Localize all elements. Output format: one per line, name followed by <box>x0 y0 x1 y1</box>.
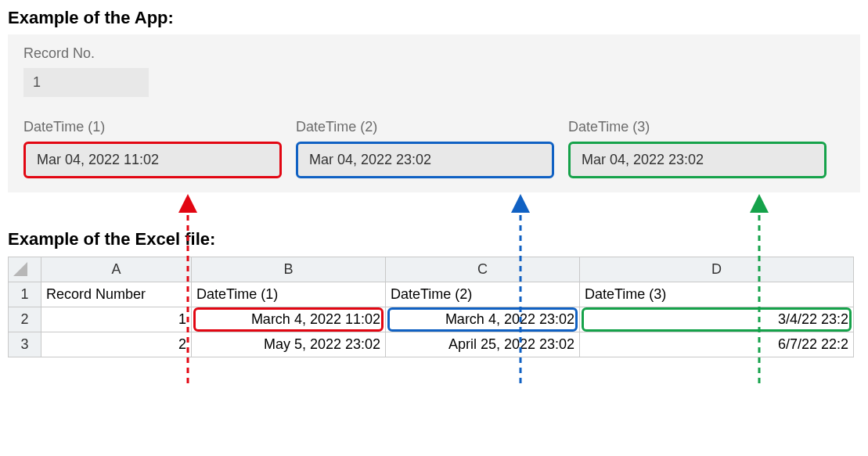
cell-d2[interactable]: 3/4/22 23:2 <box>580 307 854 332</box>
row-header-1[interactable]: 1 <box>9 282 41 307</box>
datetime3-label: DateTime (3) <box>568 119 841 135</box>
datetime-col-1: DateTime (1) Mar 04, 2022 11:02 <box>23 119 296 178</box>
cell-d3[interactable]: 6/7/22 22:2 <box>580 332 854 357</box>
excel-corner-cell <box>9 257 41 282</box>
cell-c2-text: March 4, 2022 23:02 <box>445 311 574 327</box>
cell-d1[interactable]: DateTime (3) <box>580 282 854 307</box>
record-no-value: 1 <box>23 68 149 97</box>
heading-app-example: Example of the App: <box>8 8 860 28</box>
cell-a2[interactable]: 1 <box>41 307 192 332</box>
datetime-row: DateTime (1) Mar 04, 2022 11:02 DateTime… <box>23 119 845 178</box>
datetime2-value: Mar 04, 2022 23:02 <box>296 142 554 178</box>
cell-b3[interactable]: May 5, 2022 23:02 <box>192 332 386 357</box>
row-header-3[interactable]: 3 <box>9 332 41 357</box>
col-header-b[interactable]: B <box>192 257 386 282</box>
datetime2-label: DateTime (2) <box>296 119 568 135</box>
cell-b2-text: March 4, 2022 11:02 <box>251 311 380 327</box>
excel-table: A B C D 1 Record Number DateTime (1) Dat… <box>8 257 854 357</box>
table-row: 1 Record Number DateTime (1) DateTime (2… <box>9 282 854 307</box>
col-header-c[interactable]: C <box>386 257 580 282</box>
app-panel: Record No. 1 DateTime (1) Mar 04, 2022 1… <box>8 34 860 192</box>
datetime-col-2: DateTime (2) Mar 04, 2022 23:02 <box>296 119 568 178</box>
cell-a3[interactable]: 2 <box>41 332 192 357</box>
cell-b1[interactable]: DateTime (1) <box>192 282 386 307</box>
col-header-d[interactable]: D <box>580 257 854 282</box>
table-row: 2 1 March 4, 2022 11:02 March 4, 2022 23… <box>9 307 854 332</box>
cell-b2[interactable]: March 4, 2022 11:02 <box>192 307 386 332</box>
datetime-col-3: DateTime (3) Mar 04, 2022 23:02 <box>568 119 841 178</box>
cell-c2[interactable]: March 4, 2022 23:02 <box>386 307 580 332</box>
col-header-a[interactable]: A <box>41 257 192 282</box>
cell-c3[interactable]: April 25, 2022 23:02 <box>386 332 580 357</box>
cell-c1[interactable]: DateTime (2) <box>386 282 580 307</box>
datetime3-value: Mar 04, 2022 23:02 <box>568 142 827 178</box>
record-no-label: Record No. <box>23 45 845 62</box>
datetime1-label: DateTime (1) <box>23 119 296 135</box>
table-row: 3 2 May 5, 2022 23:02 April 25, 2022 23:… <box>9 332 854 357</box>
cell-d2-text: 3/4/22 23:2 <box>778 311 848 327</box>
heading-excel-example: Example of the Excel file: <box>8 228 860 250</box>
datetime1-value: Mar 04, 2022 11:02 <box>23 142 282 178</box>
cell-a1[interactable]: Record Number <box>41 282 192 307</box>
svg-marker-0 <box>13 262 27 276</box>
excel-table-wrap: A B C D 1 Record Number DateTime (1) Dat… <box>8 257 860 357</box>
row-header-2[interactable]: 2 <box>9 307 41 332</box>
select-all-triangle-icon <box>13 262 27 276</box>
